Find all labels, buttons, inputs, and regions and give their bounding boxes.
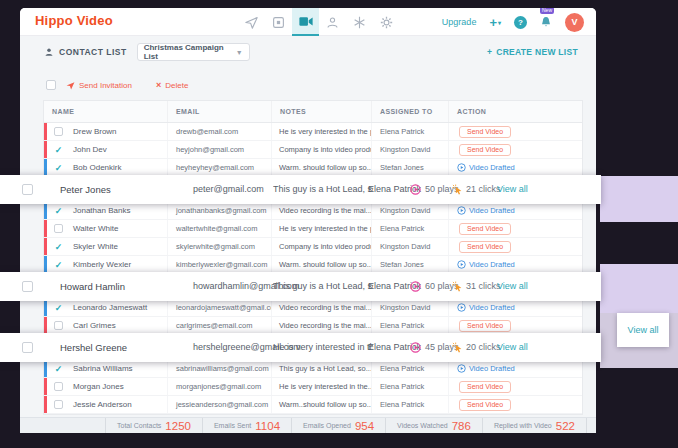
- row-checkbox[interactable]: ✓: [54, 163, 63, 172]
- contact-email: sabrinawilliams@gmail.com: [176, 364, 269, 373]
- column-header-assigned: ASSIGNED TO: [371, 101, 448, 122]
- video-drafted-label: Video Drafted: [469, 163, 515, 172]
- send-icon: [66, 81, 75, 90]
- status-color-bar: [44, 256, 47, 273]
- contact-notes: This guy is a Hot Lead, so...: [273, 175, 373, 204]
- expanded-row-card[interactable]: Hershel Greene hershelgreene@gmail.com H…: [0, 333, 601, 362]
- row-checkbox[interactable]: ✓: [54, 303, 63, 312]
- clicks-value: 31 clicks: [466, 272, 501, 301]
- contact-name: Drew Brown: [73, 127, 117, 136]
- click-cursor-icon: [452, 281, 463, 292]
- video-drafted-status[interactable]: Video Drafted: [457, 303, 515, 312]
- row-checkbox[interactable]: [22, 281, 33, 292]
- assigned-to: Elena Patrick: [380, 224, 424, 233]
- hippo-video-logo[interactable]: Hippo Video: [35, 13, 113, 28]
- table-row[interactable]: ✓ Jonathan Banks jonathanbanks@gmail.com…: [44, 202, 582, 220]
- row-checkbox[interactable]: ✓: [54, 260, 63, 269]
- send-video-button[interactable]: Send Video: [459, 399, 511, 411]
- row-checkbox[interactable]: [22, 342, 33, 353]
- contact-email: heyheyhey@email.com: [176, 163, 254, 172]
- row-checkbox[interactable]: ✓: [54, 242, 63, 251]
- row-checkbox[interactable]: [54, 127, 63, 136]
- notes-cell: Company is into video produ...: [271, 141, 371, 158]
- send-video-button[interactable]: Send Video: [459, 223, 511, 235]
- row-checkbox[interactable]: ✓: [54, 206, 63, 215]
- send-video-button[interactable]: Send Video: [459, 381, 511, 393]
- table-row[interactable]: ✓ John Dev heyjohn@gmail.com Company is …: [44, 141, 582, 159]
- delete-label: Delete: [165, 81, 188, 90]
- create-new-list-button[interactable]: + CREATE NEW LIST: [487, 47, 578, 57]
- assigned-to: Kingston David: [380, 145, 430, 154]
- table-row[interactable]: Jessie Anderson jessieanderson@gmail.com…: [44, 396, 582, 414]
- assigned-cell: Kingston David: [371, 299, 448, 316]
- table-row[interactable]: ✓ Sabrina Williams sabrinawilliams@gmail…: [44, 360, 582, 378]
- settings-gear-icon[interactable]: [373, 8, 400, 36]
- upgrade-link[interactable]: Upgrade: [442, 17, 477, 27]
- send-campaign-icon[interactable]: [238, 8, 265, 36]
- background-panel: [600, 176, 678, 222]
- send-video-button[interactable]: Send Video: [459, 126, 511, 138]
- table-row[interactable]: ✓ Skyler White skylerwhite@gmail.com Com…: [44, 238, 582, 256]
- video-drafted-status[interactable]: Video Drafted: [457, 364, 515, 373]
- screen-record-icon[interactable]: [265, 8, 292, 36]
- video-drafted-status[interactable]: Video Drafted: [457, 163, 515, 172]
- table-row[interactable]: Drew Brown drewb@email.com He is very in…: [44, 123, 582, 141]
- assigned-cell: Elena Patrick: [371, 360, 448, 377]
- send-invitation-button[interactable]: Send Invitation: [66, 81, 132, 90]
- main-nav: [238, 8, 400, 36]
- view-all-link[interactable]: View all: [497, 333, 528, 362]
- row-checkbox[interactable]: ✓: [54, 145, 63, 154]
- assigned-cell: Kingston David: [371, 238, 448, 255]
- user-avatar[interactable]: V: [565, 13, 584, 32]
- notes-cell: Warm. should follow up so...: [271, 256, 371, 273]
- contact-email: heyjohn@gmail.com: [176, 145, 244, 154]
- view-all-link[interactable]: View all: [497, 175, 528, 204]
- row-checkbox[interactable]: [54, 400, 63, 409]
- email-cell: drewb@email.com: [167, 123, 271, 140]
- selected-list-value: Christmas Campaign List: [144, 43, 236, 61]
- status-color-bar: [44, 123, 47, 140]
- help-button[interactable]: ?: [514, 16, 527, 29]
- row-checkbox[interactable]: [54, 321, 63, 330]
- row-checkbox[interactable]: [54, 224, 63, 233]
- notes-cell: Video recording is the mai...: [271, 299, 371, 316]
- email-cell: sabrinawilliams@gmail.com: [167, 360, 271, 377]
- stat-label: Total Contacts: [117, 422, 161, 429]
- name-cell: Morgan Jones: [44, 378, 167, 395]
- list-dropdown[interactable]: Christmas Campaign List ▼: [137, 43, 250, 61]
- email-cell: leonardojameswatt@gmail.com: [167, 299, 271, 316]
- delete-button[interactable]: × Delete: [156, 80, 188, 90]
- video-library-icon[interactable]: [292, 8, 319, 36]
- contact-email: waltertwhite@gmail.com: [176, 224, 257, 233]
- send-video-button[interactable]: Send Video: [459, 241, 511, 253]
- notifications-bell[interactable]: New: [540, 15, 552, 33]
- assigned-cell: Stefan Jones: [371, 159, 448, 176]
- send-video-button[interactable]: Send Video: [459, 144, 511, 156]
- view-all-card[interactable]: View all: [617, 313, 669, 347]
- action-cell: Video Drafted: [448, 159, 582, 176]
- list-subheader: CONTACT LIST Christmas Campaign List ▼ +…: [20, 36, 596, 68]
- row-checkbox[interactable]: ✓: [54, 364, 63, 373]
- row-checkbox[interactable]: [22, 184, 33, 195]
- footer-stat: Videos Watched 786: [386, 418, 483, 433]
- video-drafted-status[interactable]: Video Drafted: [457, 260, 515, 269]
- status-color-bar: [44, 202, 47, 219]
- contacts-icon[interactable]: [319, 8, 346, 36]
- assigned-cell: Kingston David: [371, 202, 448, 219]
- bell-icon: [540, 16, 552, 29]
- row-checkbox[interactable]: [54, 382, 63, 391]
- video-drafted-status[interactable]: Video Drafted: [457, 206, 515, 215]
- expanded-row-card[interactable]: Howard Hamlin howardhamlin@gmail.com Thi…: [0, 272, 601, 301]
- table-row[interactable]: Morgan Jones morganjones@gmail.com He is…: [44, 378, 582, 396]
- table-row[interactable]: Walter White waltertwhite@gmail.com He i…: [44, 220, 582, 238]
- table-row[interactable]: ✓ Leonardo Jameswatt leonardojameswatt@g…: [44, 299, 582, 317]
- integrations-icon[interactable]: [346, 8, 373, 36]
- select-all-checkbox[interactable]: [46, 80, 56, 90]
- assigned-to: Elena Patrick: [380, 321, 424, 330]
- column-header-name: NAME: [44, 101, 167, 122]
- view-all-link[interactable]: View all: [497, 272, 528, 301]
- quick-create-button[interactable]: +▾: [489, 15, 501, 30]
- send-video-button[interactable]: Send Video: [459, 320, 511, 332]
- expanded-row-card[interactable]: Peter Jones peter@gmail.com This guy is …: [0, 175, 601, 204]
- assigned-to: Kingston David: [380, 242, 430, 251]
